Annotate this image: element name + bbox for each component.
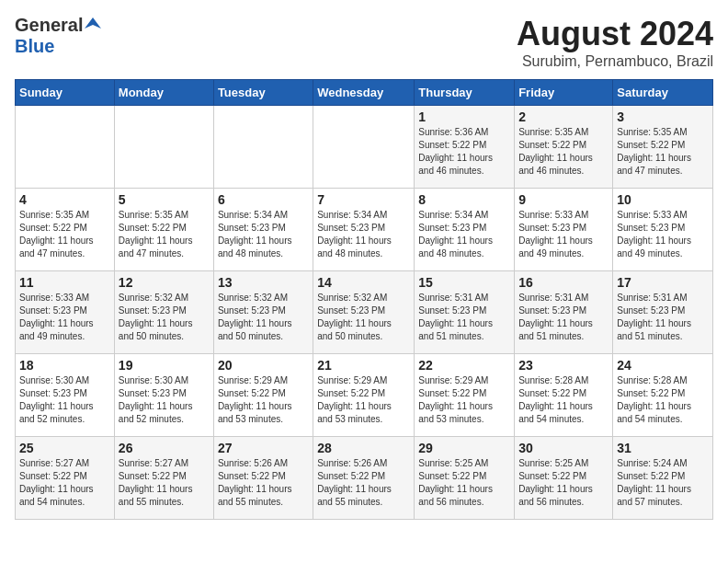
day-info: Sunrise: 5:25 AM Sunset: 5:22 PM Dayligh…: [518, 457, 609, 509]
day-info: Sunrise: 5:30 AM Sunset: 5:23 PM Dayligh…: [19, 374, 110, 426]
day-info: Sunrise: 5:29 AM Sunset: 5:22 PM Dayligh…: [317, 374, 410, 426]
day-info: Sunrise: 5:26 AM Sunset: 5:22 PM Dayligh…: [317, 457, 410, 509]
day-number: 7: [317, 192, 410, 207]
day-info: Sunrise: 5:30 AM Sunset: 5:23 PM Dayligh…: [119, 374, 210, 426]
day-number: 8: [418, 192, 510, 207]
day-number: 20: [218, 358, 309, 373]
svg-marker-0: [85, 17, 101, 29]
day-number: 18: [19, 358, 110, 373]
weekday-header-friday: Friday: [515, 80, 613, 106]
day-number: 13: [218, 275, 309, 290]
day-info: Sunrise: 5:33 AM Sunset: 5:23 PM Dayligh…: [19, 292, 110, 343]
calendar-cell: 17Sunrise: 5:31 AM Sunset: 5:23 PM Dayli…: [613, 271, 713, 354]
weekday-header-thursday: Thursday: [415, 80, 515, 106]
day-info: Sunrise: 5:26 AM Sunset: 5:22 PM Dayligh…: [218, 457, 309, 509]
day-number: 22: [418, 358, 510, 373]
calendar-cell: [213, 106, 313, 189]
calendar-cell: 13Sunrise: 5:32 AM Sunset: 5:23 PM Dayli…: [213, 271, 313, 354]
calendar-cell: 19Sunrise: 5:30 AM Sunset: 5:23 PM Dayli…: [114, 354, 213, 437]
day-number: 29: [418, 441, 510, 455]
day-info: Sunrise: 5:32 AM Sunset: 5:23 PM Dayligh…: [119, 292, 210, 343]
calendar-cell: 7Sunrise: 5:34 AM Sunset: 5:23 PM Daylig…: [313, 189, 415, 271]
calendar-cell: 3Sunrise: 5:35 AM Sunset: 5:22 PM Daylig…: [613, 106, 713, 189]
calendar-cell: 26Sunrise: 5:27 AM Sunset: 5:22 PM Dayli…: [114, 437, 213, 520]
calendar-cell: 5Sunrise: 5:35 AM Sunset: 5:22 PM Daylig…: [114, 189, 213, 271]
calendar-cell: 22Sunrise: 5:29 AM Sunset: 5:22 PM Dayli…: [415, 354, 515, 437]
calendar-cell: 31Sunrise: 5:24 AM Sunset: 5:22 PM Dayli…: [613, 437, 713, 520]
day-info: Sunrise: 5:35 AM Sunset: 5:22 PM Dayligh…: [19, 209, 110, 260]
logo: General Blue: [15, 15, 101, 57]
day-info: Sunrise: 5:29 AM Sunset: 5:22 PM Dayligh…: [418, 374, 510, 426]
calendar-cell: 27Sunrise: 5:26 AM Sunset: 5:22 PM Dayli…: [213, 437, 313, 520]
day-info: Sunrise: 5:36 AM Sunset: 5:22 PM Dayligh…: [418, 126, 510, 178]
day-info: Sunrise: 5:24 AM Sunset: 5:22 PM Dayligh…: [617, 457, 709, 509]
weekday-header-monday: Monday: [114, 80, 213, 106]
day-number: 25: [19, 441, 110, 455]
weekday-header-tuesday: Tuesday: [213, 80, 313, 106]
day-number: 23: [518, 358, 609, 373]
day-number: 2: [518, 109, 609, 124]
calendar-cell: 18Sunrise: 5:30 AM Sunset: 5:23 PM Dayli…: [16, 354, 115, 437]
day-number: 21: [317, 358, 410, 373]
week-row-0: 1Sunrise: 5:36 AM Sunset: 5:22 PM Daylig…: [16, 106, 713, 189]
week-row-2: 11Sunrise: 5:33 AM Sunset: 5:23 PM Dayli…: [16, 271, 713, 354]
calendar-cell: 16Sunrise: 5:31 AM Sunset: 5:23 PM Dayli…: [515, 271, 613, 354]
calendar-cell: 11Sunrise: 5:33 AM Sunset: 5:23 PM Dayli…: [16, 271, 115, 354]
calendar-cell: 21Sunrise: 5:29 AM Sunset: 5:22 PM Dayli…: [313, 354, 415, 437]
day-number: 19: [119, 358, 210, 373]
calendar-cell: 23Sunrise: 5:28 AM Sunset: 5:22 PM Dayli…: [515, 354, 613, 437]
day-number: 10: [617, 192, 709, 207]
day-number: 12: [119, 275, 210, 290]
day-number: 6: [218, 192, 309, 207]
day-number: 4: [19, 192, 110, 207]
day-info: Sunrise: 5:28 AM Sunset: 5:22 PM Dayligh…: [617, 374, 709, 426]
weekday-header-row: SundayMondayTuesdayWednesdayThursdayFrid…: [16, 80, 713, 106]
calendar-cell: 29Sunrise: 5:25 AM Sunset: 5:22 PM Dayli…: [415, 437, 515, 520]
calendar-cell: 1Sunrise: 5:36 AM Sunset: 5:22 PM Daylig…: [415, 106, 515, 189]
day-info: Sunrise: 5:31 AM Sunset: 5:23 PM Dayligh…: [617, 292, 709, 343]
calendar-cell: [313, 106, 415, 189]
calendar-cell: 9Sunrise: 5:33 AM Sunset: 5:23 PM Daylig…: [515, 189, 613, 271]
day-info: Sunrise: 5:32 AM Sunset: 5:23 PM Dayligh…: [218, 292, 309, 343]
calendar-cell: [16, 106, 115, 189]
day-number: 28: [317, 441, 410, 455]
day-number: 1: [418, 109, 510, 124]
weekday-header-wednesday: Wednesday: [313, 80, 415, 106]
day-info: Sunrise: 5:34 AM Sunset: 5:23 PM Dayligh…: [317, 209, 410, 260]
calendar-subtitle: Surubim, Pernambuco, Brazil: [517, 53, 713, 70]
day-info: Sunrise: 5:32 AM Sunset: 5:23 PM Dayligh…: [317, 292, 410, 343]
day-number: 5: [119, 192, 210, 207]
calendar-cell: 2Sunrise: 5:35 AM Sunset: 5:22 PM Daylig…: [515, 106, 613, 189]
day-number: 31: [617, 441, 709, 455]
day-number: 15: [418, 275, 510, 290]
day-info: Sunrise: 5:33 AM Sunset: 5:23 PM Dayligh…: [617, 209, 709, 260]
day-number: 11: [19, 275, 110, 290]
calendar-cell: 15Sunrise: 5:31 AM Sunset: 5:23 PM Dayli…: [415, 271, 515, 354]
week-row-1: 4Sunrise: 5:35 AM Sunset: 5:22 PM Daylig…: [16, 189, 713, 271]
week-row-3: 18Sunrise: 5:30 AM Sunset: 5:23 PM Dayli…: [16, 354, 713, 437]
day-number: 24: [617, 358, 709, 373]
day-info: Sunrise: 5:27 AM Sunset: 5:22 PM Dayligh…: [119, 457, 210, 509]
day-info: Sunrise: 5:34 AM Sunset: 5:23 PM Dayligh…: [418, 209, 510, 260]
day-number: 9: [518, 192, 609, 207]
day-info: Sunrise: 5:31 AM Sunset: 5:23 PM Dayligh…: [518, 292, 609, 343]
calendar-cell: 25Sunrise: 5:27 AM Sunset: 5:22 PM Dayli…: [16, 437, 115, 520]
day-info: Sunrise: 5:35 AM Sunset: 5:22 PM Dayligh…: [518, 126, 609, 178]
calendar-cell: 6Sunrise: 5:34 AM Sunset: 5:23 PM Daylig…: [213, 189, 313, 271]
week-row-4: 25Sunrise: 5:27 AM Sunset: 5:22 PM Dayli…: [16, 437, 713, 520]
title-area: August 2024 Surubim, Pernambuco, Brazil: [517, 15, 713, 70]
day-info: Sunrise: 5:33 AM Sunset: 5:23 PM Dayligh…: [518, 209, 609, 260]
weekday-header-sunday: Sunday: [16, 80, 115, 106]
calendar-cell: 14Sunrise: 5:32 AM Sunset: 5:23 PM Dayli…: [313, 271, 415, 354]
calendar-title: August 2024: [517, 15, 713, 53]
day-info: Sunrise: 5:31 AM Sunset: 5:23 PM Dayligh…: [418, 292, 510, 343]
day-number: 26: [119, 441, 210, 455]
calendar-cell: 28Sunrise: 5:26 AM Sunset: 5:22 PM Dayli…: [313, 437, 415, 520]
calendar-cell: 30Sunrise: 5:25 AM Sunset: 5:22 PM Dayli…: [515, 437, 613, 520]
weekday-header-saturday: Saturday: [613, 80, 713, 106]
calendar-table: SundayMondayTuesdayWednesdayThursdayFrid…: [15, 79, 713, 520]
day-number: 27: [218, 441, 309, 455]
calendar-cell: 8Sunrise: 5:34 AM Sunset: 5:23 PM Daylig…: [415, 189, 515, 271]
calendar-cell: 12Sunrise: 5:32 AM Sunset: 5:23 PM Dayli…: [114, 271, 213, 354]
day-info: Sunrise: 5:27 AM Sunset: 5:22 PM Dayligh…: [19, 457, 110, 509]
